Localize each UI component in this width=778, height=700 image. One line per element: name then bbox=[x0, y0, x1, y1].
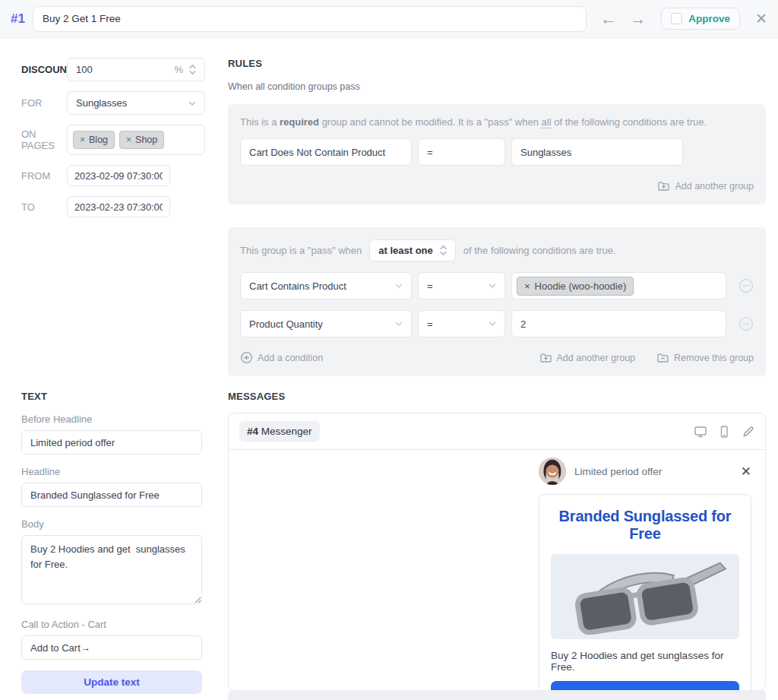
pass-mode-select[interactable]: at least one bbox=[369, 239, 456, 261]
folder-minus-icon bbox=[656, 351, 669, 364]
from-label: FROM bbox=[21, 170, 67, 182]
condition-operator-select[interactable]: = bbox=[418, 310, 505, 337]
headline-label: Headline bbox=[21, 466, 202, 477]
messages-section: MESSAGES #4 Messenger bbox=[228, 391, 766, 691]
folder-plus-icon bbox=[539, 351, 552, 364]
offer-body-text: Buy 2 Hoodies and get sunglasses for Fre… bbox=[551, 650, 739, 673]
group-pass-header: This group is a "pass" when at least one… bbox=[240, 239, 754, 261]
chevron-down-icon bbox=[395, 283, 403, 288]
condition-value-input[interactable] bbox=[520, 318, 717, 330]
condition-field-value: Product Quantity bbox=[249, 318, 323, 330]
folder-plus-icon bbox=[657, 179, 670, 192]
chevron-down-icon bbox=[395, 321, 403, 326]
add-condition-link[interactable]: Add a condition bbox=[240, 351, 323, 364]
percent-unit: % bbox=[174, 64, 183, 75]
for-select-value: Sunglasses bbox=[76, 97, 127, 109]
messenger-message-card: #4 Messenger bbox=[228, 413, 766, 691]
chevron-down-icon bbox=[489, 321, 496, 326]
condition-value[interactable]: Sunglasses bbox=[511, 138, 683, 166]
on-pages-field[interactable]: × Blog × Shop bbox=[67, 125, 205, 155]
condition-group-2: This group is a "pass" when at least one… bbox=[228, 227, 766, 376]
discount-value-field[interactable]: % bbox=[67, 58, 205, 81]
page-tag-label: Blog bbox=[89, 135, 108, 145]
add-another-group-label: Add another group bbox=[675, 181, 754, 192]
approve-checkbox[interactable] bbox=[671, 13, 682, 24]
product-tag[interactable]: × Hoodie (woo-hoodie) bbox=[517, 277, 634, 296]
product-image-sunglasses bbox=[551, 554, 739, 639]
cta-label: Call to Action - Cart bbox=[21, 619, 202, 630]
condition-field-value: Cart Does Not Contain Product bbox=[249, 147, 385, 158]
mobile-preview-icon[interactable] bbox=[717, 425, 731, 439]
chevron-down-icon bbox=[489, 283, 496, 288]
message-badge: #4 Messenger bbox=[239, 421, 320, 442]
stepper-icon[interactable] bbox=[189, 64, 196, 75]
page-tag-label: Shop bbox=[135, 135, 157, 145]
rules-header: RULES bbox=[228, 58, 766, 69]
cta-input[interactable] bbox=[21, 635, 202, 660]
plus-circle-icon bbox=[240, 351, 253, 364]
text-form: TEXT Before Headline Headline Body Buy 2… bbox=[21, 391, 202, 694]
discount-label: DISCOUNT bbox=[21, 64, 67, 75]
from-date-input[interactable] bbox=[67, 165, 170, 186]
campaign-title-input[interactable] bbox=[33, 6, 587, 32]
to-label: TO bbox=[21, 201, 67, 213]
close-icon[interactable]: ✕ bbox=[755, 10, 767, 27]
offer-headline: Branded Sunglassed for Free bbox=[551, 508, 739, 543]
desktop-preview-icon[interactable] bbox=[694, 425, 707, 439]
next-message-card-peek bbox=[228, 690, 766, 700]
rules-section: RULES When all condition groups pass Thi… bbox=[228, 58, 766, 376]
condition-field[interactable]: Cart Does Not Contain Product bbox=[240, 138, 412, 166]
condition-operator[interactable]: = bbox=[418, 138, 505, 166]
approve-label: Approve bbox=[688, 13, 730, 24]
body-textarea[interactable]: Buy 2 Hoodies and get sunglasses for Fre… bbox=[21, 535, 202, 604]
update-text-button[interactable]: Update text bbox=[21, 670, 202, 694]
stepper-icon bbox=[440, 245, 447, 256]
preview-close-icon[interactable]: ✕ bbox=[741, 464, 751, 480]
condition-value-field[interactable] bbox=[511, 310, 726, 337]
condition-row-1: Cart Contains Product = × Hoodie (woo-ho… bbox=[240, 272, 754, 299]
pass-mode-value: at least one bbox=[378, 245, 433, 256]
campaign-number: #1 bbox=[11, 11, 25, 27]
condition-operator-select[interactable]: = bbox=[418, 272, 505, 299]
remove-condition-icon[interactable] bbox=[738, 278, 754, 293]
edit-pencil-icon[interactable] bbox=[741, 425, 754, 439]
chevron-down-icon bbox=[188, 101, 196, 106]
remove-group-label: Remove this group bbox=[674, 353, 754, 363]
campaign-topbar: #1 ← → Approve ✕ bbox=[0, 0, 778, 38]
rules-subtitle: When all condition groups pass bbox=[228, 81, 766, 92]
to-date-input[interactable] bbox=[67, 196, 170, 217]
condition-field-value: Cart Contains Product bbox=[249, 280, 346, 292]
forward-arrow-icon[interactable]: → bbox=[630, 11, 646, 27]
text-header: TEXT bbox=[21, 391, 202, 402]
discount-value-input[interactable] bbox=[76, 64, 174, 75]
headline-input[interactable] bbox=[21, 483, 202, 507]
tag-remove-icon[interactable]: × bbox=[126, 135, 131, 145]
page-tag-shop[interactable]: × Shop bbox=[119, 131, 164, 149]
approve-button[interactable]: Approve bbox=[661, 8, 740, 30]
condition-value-field[interactable]: × Hoodie (woo-hoodie) bbox=[511, 272, 726, 299]
for-select[interactable]: Sunglasses bbox=[67, 91, 205, 115]
condition-field-select[interactable]: Cart Contains Product bbox=[240, 272, 412, 299]
condition-value-text: Sunglasses bbox=[520, 147, 571, 158]
on-pages-label: ON PAGES bbox=[21, 128, 67, 151]
condition-group-required: This is a required group and cannot be m… bbox=[228, 104, 766, 204]
offer-card: Branded Sunglassed for Free Buy 2 Hoodie… bbox=[539, 494, 751, 700]
remove-condition-icon[interactable] bbox=[738, 316, 754, 331]
product-tag-label: Hoodie (woo-hoodie) bbox=[535, 280, 627, 292]
before-headline-input[interactable] bbox=[21, 430, 202, 455]
add-another-group-link[interactable]: Add another group bbox=[539, 351, 636, 364]
tag-remove-icon[interactable]: × bbox=[80, 135, 85, 145]
message-card-header: #4 Messenger bbox=[229, 413, 765, 450]
avatar bbox=[539, 458, 566, 485]
group-description: This is a required group and cannot be m… bbox=[240, 116, 754, 128]
back-arrow-icon[interactable]: ← bbox=[600, 11, 616, 27]
discount-form: DISCOUNT % FOR Sunglasses ON PAGES × Blo… bbox=[21, 58, 205, 227]
condition-row-2: Product Quantity = bbox=[240, 310, 754, 337]
notification-row: Limited period offer ✕ bbox=[539, 458, 751, 485]
condition-field-select[interactable]: Product Quantity bbox=[240, 310, 412, 337]
page-tag-blog[interactable]: × Blog bbox=[73, 131, 115, 149]
condition-operator-value: = bbox=[427, 318, 433, 330]
tag-remove-icon[interactable]: × bbox=[524, 280, 530, 292]
add-another-group-link[interactable]: Add another group bbox=[657, 179, 754, 192]
remove-group-link[interactable]: Remove this group bbox=[656, 351, 754, 364]
